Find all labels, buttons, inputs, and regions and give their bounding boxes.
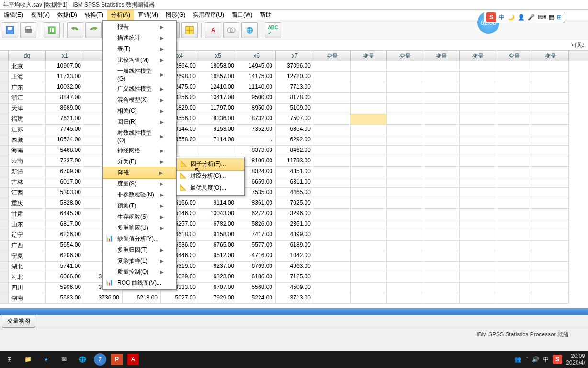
- menu-dropdown-item[interactable]: 非参数检验(N)▶: [103, 189, 176, 200]
- grid-icon[interactable]: ▦: [549, 14, 554, 21]
- data-cell[interactable]: [460, 209, 496, 219]
- undo-icon[interactable]: [67, 22, 83, 38]
- data-grid[interactable]: dqx1x4x5x6x7变量变量变量变量变量变量变量 北京10907.00128…: [0, 51, 588, 308]
- data-cell[interactable]: [423, 188, 460, 198]
- data-cell[interactable]: [496, 156, 532, 167]
- data-cell[interactable]: [423, 61, 460, 72]
- data-cell[interactable]: [460, 167, 496, 177]
- data-cell[interactable]: [496, 293, 532, 304]
- data-cell[interactable]: [423, 251, 460, 262]
- data-cell[interactable]: 10524.00: [46, 135, 84, 146]
- data-cell[interactable]: 5741.00: [46, 262, 84, 272]
- data-cell[interactable]: 8373.00: [237, 146, 276, 156]
- dimension-reduction-submenu[interactable]: 📐因子分析(F)...📐对应分析(C)...📐最优尺度(O)...: [176, 157, 245, 196]
- data-cell[interactable]: [460, 188, 496, 198]
- data-cell[interactable]: [314, 283, 351, 293]
- menu-dropdown-item[interactable]: 对数线性模型(O)▶: [103, 127, 176, 145]
- data-cell[interactable]: [532, 93, 569, 104]
- data-cell[interactable]: 7352.00: [237, 125, 276, 135]
- save-icon[interactable]: [2, 22, 18, 38]
- data-cell[interactable]: [314, 93, 351, 104]
- column-header[interactable]: x5: [199, 51, 237, 61]
- data-cell[interactable]: [387, 104, 423, 114]
- menu-item[interactable]: 数据(D): [54, 10, 81, 20]
- data-cell[interactable]: [314, 135, 351, 146]
- print-icon[interactable]: [20, 22, 36, 38]
- data-cell[interactable]: [423, 156, 460, 167]
- data-cell[interactable]: [351, 293, 387, 304]
- data-cell[interactable]: [387, 230, 423, 241]
- data-cell[interactable]: [460, 293, 496, 304]
- data-cell[interactable]: 5828.00: [46, 198, 84, 209]
- menu-dropdown-item[interactable]: 质量控制(Q)▶: [103, 266, 176, 277]
- data-cell[interactable]: [496, 104, 532, 114]
- data-cell[interactable]: 7929.00: [199, 293, 237, 304]
- data-cell[interactable]: [314, 209, 351, 219]
- person-icon[interactable]: 👤: [518, 14, 525, 21]
- data-cell[interactable]: 5654.00: [46, 241, 84, 251]
- data-cell[interactable]: [423, 230, 460, 241]
- menu-dropdown-item[interactable]: 降维▶: [103, 167, 176, 179]
- data-cell[interactable]: 江西: [9, 188, 46, 198]
- data-cell[interactable]: [460, 198, 496, 209]
- data-cell[interactable]: 37096.00: [276, 61, 314, 72]
- column-header[interactable]: x6: [237, 51, 276, 61]
- data-cell[interactable]: [314, 262, 351, 272]
- data-cell[interactable]: [351, 219, 387, 230]
- data-cell[interactable]: [460, 82, 496, 93]
- data-cell[interactable]: [532, 272, 569, 283]
- data-cell[interactable]: [532, 262, 569, 272]
- data-cell[interactable]: [351, 156, 387, 167]
- data-cell[interactable]: [423, 219, 460, 230]
- data-cell[interactable]: 4351.00: [276, 167, 314, 177]
- data-cell[interactable]: 8462.00: [276, 146, 314, 156]
- data-cell[interactable]: 7745.00: [46, 125, 84, 135]
- data-cell[interactable]: [496, 283, 532, 293]
- data-cell[interactable]: [423, 177, 460, 188]
- data-cell[interactable]: 7713.00: [276, 82, 314, 93]
- data-cell[interactable]: [351, 114, 387, 125]
- data-cell[interactable]: [496, 230, 532, 241]
- data-cell[interactable]: .: [237, 135, 276, 146]
- data-cell[interactable]: 2351.00: [276, 219, 314, 230]
- data-cell[interactable]: [496, 167, 532, 177]
- data-cell[interactable]: 6769.00: [237, 262, 276, 272]
- data-cell[interactable]: [532, 72, 569, 82]
- data-cell[interactable]: [423, 272, 460, 283]
- data-cell[interactable]: 四川: [9, 283, 46, 293]
- ie-icon[interactable]: e: [39, 353, 53, 366]
- data-cell[interactable]: [532, 167, 569, 177]
- data-cell[interactable]: [387, 156, 423, 167]
- menu-item[interactable]: 直销(M): [134, 10, 162, 20]
- data-cell[interactable]: [532, 230, 569, 241]
- data-cell[interactable]: 6292.00: [276, 135, 314, 146]
- data-cell[interactable]: [496, 61, 532, 72]
- data-cell[interactable]: [532, 251, 569, 262]
- menu-dropdown-item[interactable]: 神经网络▶: [103, 145, 176, 156]
- column-header[interactable]: x1: [46, 51, 84, 61]
- data-cell[interactable]: 海南: [9, 146, 46, 156]
- data-cell[interactable]: 6709.00: [46, 167, 84, 177]
- volume-icon[interactable]: 🔊: [532, 356, 539, 363]
- data-cell[interactable]: [496, 135, 532, 146]
- data-cell[interactable]: 8689.00: [46, 104, 84, 114]
- data-cell[interactable]: [314, 61, 351, 72]
- start-icon[interactable]: ⊞: [3, 353, 16, 366]
- data-cell[interactable]: [387, 241, 423, 251]
- data-cell[interactable]: 5568.00: [237, 283, 276, 293]
- data-cell[interactable]: 7417.00: [237, 230, 276, 241]
- data-cell[interactable]: [532, 293, 569, 304]
- globe-icon[interactable]: 🌐: [241, 22, 258, 38]
- data-cell[interactable]: 5224.00: [237, 293, 276, 304]
- submenu-item[interactable]: 📐对应分析(C)...: [177, 170, 244, 182]
- data-cell[interactable]: 12720.00: [276, 72, 314, 82]
- data-cell[interactable]: 6864.00: [276, 125, 314, 135]
- data-cell[interactable]: [387, 135, 423, 146]
- data-cell[interactable]: [423, 93, 460, 104]
- menu-item[interactable]: 帮助: [256, 10, 275, 20]
- data-cell[interactable]: [387, 293, 423, 304]
- data-cell[interactable]: 7025.00: [276, 198, 314, 209]
- keyboard-icon[interactable]: ⌨: [538, 14, 546, 21]
- data-cell[interactable]: [423, 146, 460, 156]
- column-header[interactable]: 变量: [314, 51, 351, 61]
